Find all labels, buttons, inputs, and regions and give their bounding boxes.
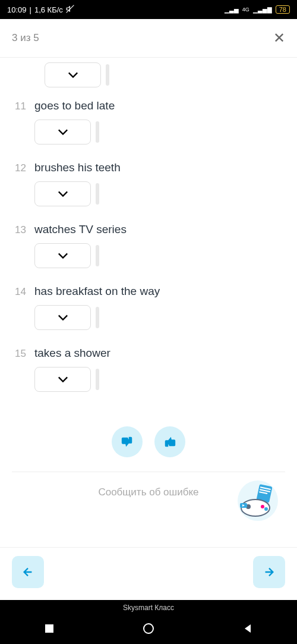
app-name-label: Skysmart Класс — [0, 600, 297, 615]
answer-indicator — [96, 307, 99, 328]
answer-dropdown[interactable] — [34, 243, 91, 268]
question-text: watches TV series — [34, 223, 127, 236]
dropdown-row — [34, 243, 285, 268]
answer-indicator — [96, 369, 99, 390]
answer-indicator — [96, 183, 99, 205]
question-text: brushes his teeth — [34, 161, 121, 174]
feedback-row — [12, 409, 285, 472]
question-row: 13 watches TV series — [12, 223, 285, 236]
close-button[interactable]: ✕ — [273, 30, 285, 46]
question-text: takes a shower — [34, 347, 110, 360]
gamepad-illustration-icon — [236, 479, 279, 522]
question-row: 12 brushes his teeth — [12, 161, 285, 174]
svg-point-8 — [261, 505, 264, 508]
question-number: 13 — [12, 224, 26, 236]
answer-dropdown[interactable] — [34, 367, 91, 392]
answer-dropdown[interactable] — [45, 62, 101, 87]
question-number: 14 — [12, 286, 26, 298]
thumbs-down-button[interactable] — [112, 426, 143, 457]
signal-icon-2: ▁▃▅▇ — [253, 7, 272, 13]
svg-point-9 — [264, 507, 268, 511]
recent-apps-button[interactable] — [44, 623, 55, 636]
question-text: goes to bed late — [34, 99, 115, 112]
question-text: has breakfast on the way — [34, 285, 160, 298]
question-number: 11 — [12, 100, 26, 112]
svg-point-13 — [144, 624, 153, 633]
svg-rect-12 — [45, 624, 53, 633]
battery-level: 78 — [276, 5, 290, 14]
next-button[interactable] — [253, 556, 285, 588]
system-nav-bar — [0, 615, 297, 644]
report-section: Сообщить об ошибке — [12, 472, 285, 513]
content-area: 11 goes to bed late 12 brushes his teeth… — [0, 58, 297, 547]
dropdown-row — [34, 367, 285, 392]
dropdown-row-partial — [45, 62, 285, 87]
dropdown-row — [34, 120, 285, 144]
status-speed: 1,6 КБ/с — [34, 5, 63, 14]
prev-button[interactable] — [12, 556, 44, 588]
report-error-link[interactable]: Сообщить об ошибке — [98, 486, 198, 498]
answer-indicator — [96, 121, 99, 143]
dropdown-row — [34, 305, 285, 330]
signal-icon: ▁▃▅ — [225, 7, 239, 13]
network-type: 4G — [242, 7, 249, 12]
answer-dropdown[interactable] — [34, 181, 91, 206]
progress-indicator: 3 из 5 — [12, 32, 39, 44]
dropdown-row — [34, 181, 285, 206]
question-row: 14 has breakfast on the way — [12, 285, 285, 298]
bottom-nav — [0, 547, 297, 600]
status-time: 10:09 — [7, 5, 27, 14]
status-bar: 10:09 | 1,6 КБ/с ▁▃▅ 4G ▁▃▅▇ 78 — [0, 0, 297, 19]
answer-dropdown[interactable] — [34, 305, 91, 330]
answer-indicator — [106, 64, 109, 86]
home-button[interactable] — [143, 623, 154, 637]
app-header: 3 из 5 ✕ — [0, 19, 297, 58]
answer-indicator — [96, 245, 99, 266]
question-row: 11 goes to bed late — [12, 99, 285, 112]
question-number: 12 — [12, 162, 26, 174]
mute-icon — [66, 5, 74, 15]
answer-dropdown[interactable] — [34, 120, 91, 144]
back-button[interactable] — [242, 623, 253, 636]
question-number: 15 — [12, 348, 26, 360]
question-row: 15 takes a shower — [12, 347, 285, 360]
thumbs-up-button[interactable] — [154, 426, 185, 457]
